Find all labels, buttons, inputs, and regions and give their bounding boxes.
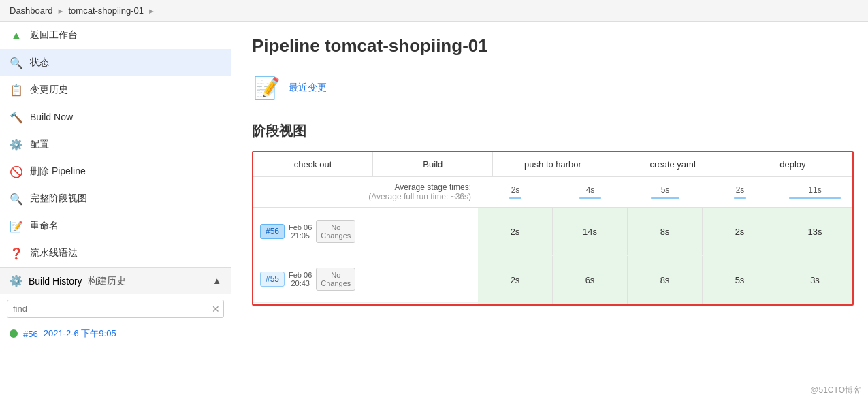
- back-icon: ▲: [10, 29, 23, 42]
- avg-time-cell-4: 11s: [777, 182, 852, 202]
- search-box: ✕: [7, 300, 224, 318]
- breadcrumb: Dashboard ► tomcat-shopiing-01 ►: [0, 0, 868, 22]
- avg-time-cell-2: 5s: [628, 182, 703, 202]
- stage-header-4: deploy: [733, 152, 852, 176]
- build-date-0: Feb 0621:05: [289, 223, 312, 240]
- build-info-row-1: #55 Feb 0620:43 NoChanges: [253, 255, 478, 303]
- notebook-icon: 📝: [252, 73, 282, 103]
- build-history-label: Build History: [29, 276, 82, 287]
- avg-full-label: (Average full run time: ~36s): [368, 192, 471, 202]
- stage-data-rows: 2s14s8s2s13s2s6s8s5s3s: [478, 208, 852, 304]
- stage-cell-1-4[interactable]: 3s: [777, 256, 852, 304]
- sidebar-label-build-now: Build Now: [30, 112, 73, 123]
- build-history-header[interactable]: ⚙️ Build History 构建历史 ▲: [0, 267, 231, 294]
- stage-cell-0-2[interactable]: 8s: [628, 208, 703, 255]
- avg-time-cell-3: 2s: [703, 182, 777, 202]
- sidebar-item-syntax[interactable]: ❓ 流水线语法: [0, 240, 231, 267]
- build-info-row-0: #56 Feb 0621:05 NoChanges: [253, 208, 478, 255]
- no-changes-badge-1: NoChanges: [316, 268, 355, 291]
- build-number-link[interactable]: #56: [23, 329, 38, 339]
- avg-label-text: Average stage times:: [394, 182, 471, 192]
- recent-changes-section: 📝 最近变更: [252, 73, 848, 103]
- delete-icon: 🚫: [10, 165, 23, 178]
- build-history-collapse-icon: ▲: [212, 276, 221, 286]
- build-info-col: #56 Feb 0621:05 NoChanges #55 Feb 0620:4…: [253, 208, 478, 304]
- breadcrumb-sep2: ►: [148, 7, 155, 15]
- build-history-label-cn: 构建历史: [88, 275, 126, 287]
- sidebar: ▲ 返回工作台 🔍 状态 📋 变更历史 🔨 Build Now ⚙️ 配置 🚫 …: [0, 22, 231, 403]
- stage-header-row: check outBuildpush to harborcreate yamld…: [253, 152, 852, 177]
- build-date-1: Feb 0620:43: [289, 271, 312, 287]
- avg-times-row: Average stage times: (Average full run t…: [253, 177, 852, 208]
- stage-cell-1-1[interactable]: 6s: [553, 256, 628, 304]
- sidebar-item-config[interactable]: ⚙️ 配置: [0, 131, 231, 158]
- sidebar-item-back[interactable]: ▲ 返回工作台: [0, 22, 231, 49]
- sidebar-label-config: 配置: [30, 138, 49, 150]
- sidebar-item-build-now[interactable]: 🔨 Build Now: [0, 103, 231, 131]
- stage-cell-0-4[interactable]: 13s: [777, 208, 852, 255]
- breadcrumb-sep1: ►: [57, 7, 65, 15]
- sidebar-label-history: 变更历史: [30, 84, 68, 96]
- pipeline-rows: #56 Feb 0621:05 NoChanges #55 Feb 0620:4…: [253, 208, 852, 304]
- sidebar-item-status[interactable]: 🔍 状态: [0, 49, 231, 76]
- stage-header-2: push to harbor: [493, 152, 613, 176]
- rename-icon: 📝: [10, 219, 23, 233]
- stage-data-row-0: 2s14s8s2s13s: [478, 208, 852, 256]
- stage-table: check outBuildpush to harborcreate yamld…: [252, 151, 854, 306]
- avg-time-cell-0: 2s: [478, 182, 553, 202]
- build-badge-1[interactable]: #55: [260, 272, 285, 287]
- recent-changes-link[interactable]: 最近变更: [289, 82, 327, 94]
- watermark: @51CTO博客: [810, 385, 861, 396]
- config-icon: ⚙️: [10, 138, 23, 151]
- main-content: Pipeline tomcat-shopiing-01 📝 最近变更 阶段视图 …: [231, 22, 868, 403]
- sidebar-label-rename: 重命名: [30, 220, 59, 232]
- build-badge-0[interactable]: #56: [260, 224, 285, 239]
- stage-header-3: create yaml: [613, 152, 733, 176]
- sidebar-item-delete[interactable]: 🚫 删除 Pipeline: [0, 158, 231, 185]
- build-status-dot: [10, 329, 18, 338]
- stage-header-1: Build: [373, 152, 493, 176]
- history-icon: 📋: [10, 83, 23, 97]
- stage-view-title: 阶段视图: [252, 122, 848, 140]
- stage-cell-1-2[interactable]: 8s: [628, 256, 703, 304]
- build-now-icon: 🔨: [10, 110, 23, 124]
- stage-header-0: check out: [253, 152, 373, 176]
- stage-cell-0-0[interactable]: 2s: [478, 208, 553, 255]
- build-link-row: #56 2021-2-6 下午9:05: [0, 323, 231, 344]
- sidebar-item-history[interactable]: 📋 变更历史: [0, 76, 231, 103]
- breadcrumb-dashboard[interactable]: Dashboard: [10, 5, 53, 16]
- search-clear-icon[interactable]: ✕: [212, 304, 220, 315]
- stage-cell-1-0[interactable]: 2s: [478, 256, 553, 304]
- build-date-link[interactable]: 2021-2-6 下午9:05: [44, 327, 116, 340]
- sidebar-item-full-stage[interactable]: 🔍 完整阶段视图: [0, 185, 231, 212]
- search-input[interactable]: [7, 300, 224, 318]
- full-stage-icon: 🔍: [10, 192, 23, 206]
- sidebar-label-full-stage: 完整阶段视图: [30, 193, 87, 205]
- stage-cell-1-3[interactable]: 5s: [703, 256, 777, 304]
- page-title: Pipeline tomcat-shopiing-01: [252, 35, 848, 57]
- avg-time-cell-1: 4s: [553, 182, 628, 202]
- breadcrumb-project[interactable]: tomcat-shopiing-01: [69, 5, 144, 16]
- sidebar-label-back: 返回工作台: [30, 29, 78, 42]
- status-icon: 🔍: [10, 56, 23, 69]
- stage-cell-0-1[interactable]: 14s: [553, 208, 628, 255]
- stage-data-row-1: 2s6s8s5s3s: [478, 256, 852, 304]
- stage-cell-0-3[interactable]: 2s: [703, 208, 777, 255]
- sidebar-item-rename[interactable]: 📝 重命名: [0, 212, 231, 240]
- sidebar-label-syntax: 流水线语法: [30, 247, 78, 259]
- syntax-icon: ❓: [10, 246, 23, 260]
- no-changes-badge-0: NoChanges: [316, 220, 355, 243]
- sidebar-label-status: 状态: [30, 57, 49, 69]
- sidebar-label-delete: 删除 Pipeline: [30, 165, 86, 178]
